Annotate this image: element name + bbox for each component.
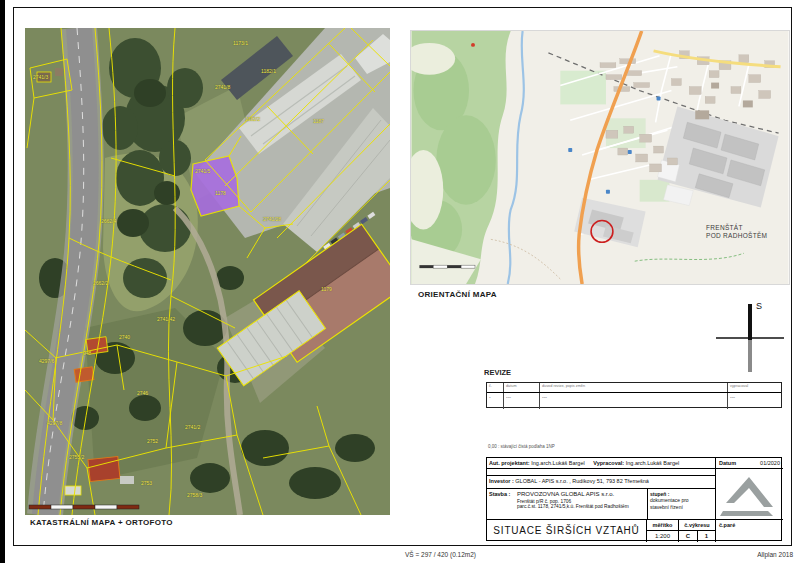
parcel-label: 1173/1 [233, 40, 248, 46]
place-label: FRENŠTÁT POD RADHOŠTĚM [706, 224, 767, 240]
drawing-number-value: 1 [697, 531, 715, 542]
page-left-edge [0, 0, 5, 563]
omap-scale-bar [419, 265, 475, 268]
investor-row: Investor : GLOBAL - APIS s.r.o. , Rudíko… [487, 476, 715, 489]
parcel-label: 2741/28 [263, 216, 281, 222]
stavba-line1: PROVOZOVNA GLOBAL APIS s.r.o. [517, 491, 645, 499]
stavba-line3: parc.č.st. 1178, 2741/5,k.ú. Frenštát po… [517, 504, 645, 510]
title-block-right-column: Datum 01/2020 č.paré [715, 458, 783, 542]
scale-label: měřítko [647, 520, 678, 531]
parcel-labels-overlay: 2741/31173/11182/12741/81182/211872741/5… [25, 28, 390, 515]
vypracoval-value: Ing.arch.Lukáš Bargel [626, 460, 680, 466]
north-label: S [756, 301, 762, 311]
parcel-label: 1178 [215, 190, 226, 196]
parcel-label: 2741/42 [157, 316, 175, 322]
title-block: Aut. projektant: Ing.arch.Lukáš Bargel V… [486, 457, 782, 541]
drawing-number-letter: C [679, 531, 697, 542]
scale-cell: měřítko 1:200 [646, 520, 678, 542]
rev-col-date: datum [503, 383, 539, 392]
investor-value: GLOBAL - APIS s.r.o. , Rudíkovy 51, 793 … [515, 478, 649, 484]
floor-level-note: 0,00 : stávající čistá podlaha 1NP [488, 444, 555, 449]
architect-logo-icon [716, 469, 782, 518]
cadastral-map: 2741/31173/11182/12741/81182/211872741/5… [25, 28, 390, 515]
parcel-label: 2746 [137, 390, 148, 396]
designer-row: Aut. projektant: Ing.arch.Lukáš Bargel V… [487, 458, 715, 469]
rev-val-date: --- [503, 393, 539, 409]
pare-cell: č.paré [716, 520, 783, 542]
rev-val-number: - [487, 393, 503, 409]
rev-col-desc: důvod revize, popis změn [539, 383, 727, 392]
rev-val-desc: --- [539, 393, 727, 409]
sheet-format-text: VŠ = 297 / 420 (0.12m2) [405, 551, 476, 558]
stupen-line2: stavební řízení [650, 504, 713, 510]
cadastral-map-caption: KATASTRÁLNÍ MAPA + ORTOFOTO [30, 518, 173, 527]
date-value: 01/2020 [760, 460, 780, 467]
aut-projektant-value: Ing.arch.Lukáš Bargel [531, 460, 585, 466]
parcel-label: 2741/2 [185, 424, 200, 430]
revisions-data-row: - --- --- --- [487, 393, 781, 409]
rev-val-author: --- [727, 393, 783, 409]
rev-col-author: vypracoval [727, 383, 783, 392]
drawing-number-label: č.výkresu [679, 520, 715, 531]
north-arrow [712, 300, 792, 376]
parcel-label: 2758/3 [187, 492, 202, 498]
parcel-label: 2752 [147, 438, 158, 444]
orientation-map: FRENŠTÁT POD RADHOŠTĚM [410, 30, 790, 285]
drawing-number-cell: č.výkresu C 1 [678, 520, 715, 542]
drawing-title: SITUACE ŠIRŠÍCH VZTAHŮ [487, 520, 646, 542]
cad-software-text: Allplan 2018 [757, 551, 793, 558]
parcel-label: 4297/6 [39, 358, 54, 364]
orientation-map-image [410, 30, 790, 285]
parcel-label: 2740 [119, 334, 130, 340]
empty-row [487, 469, 715, 476]
parcel-label: 2662/2 [93, 280, 108, 286]
parcel-label: 2741/8 [215, 84, 230, 90]
parcel-label: 1187 [313, 118, 324, 124]
parcel-label: 2662/4 [101, 218, 116, 224]
parcel-label: 2741/3 [33, 74, 48, 80]
logo-cell [716, 469, 783, 520]
drawing-sheet: 2741/31173/11182/12741/81182/211872741/5… [0, 0, 802, 563]
investor-label: Investor : [489, 478, 514, 484]
stupen-cell: stupeň : dokumentace pro stavební řízení [647, 489, 715, 520]
parcel-label: 948 [83, 350, 91, 356]
stavba-cell: Stavba : PROVOZOVNA GLOBAL APIS s.r.o. F… [487, 489, 647, 520]
date-cell: Datum 01/2020 [716, 458, 783, 469]
revisions-title: REVIZE [484, 368, 511, 377]
scale-value: 1:200 [647, 531, 678, 542]
rev-col-number: č. [487, 383, 503, 392]
date-label: Datum [719, 460, 736, 466]
parcel-label: 2753 [141, 480, 152, 486]
parcel-label: 2755/2 [69, 454, 84, 460]
stavba-label: Stavba : [489, 491, 510, 498]
parcel-label: 1179 [321, 286, 332, 292]
parcel-label: 4297/8 [47, 420, 62, 426]
parcel-label: 1182/1 [261, 68, 276, 74]
vypracoval-label: Vypracoval: [593, 460, 624, 466]
revisions-header-row: č. datum důvod revize, popis změn vyprac… [487, 383, 781, 393]
parcel-label: 2741/5 [195, 168, 210, 174]
orientation-map-caption: ORIENTAČNÍ MAPA [418, 290, 497, 299]
revisions-table: č. datum důvod revize, popis změn vyprac… [486, 382, 782, 408]
parcel-label: 1182/2 [245, 116, 260, 122]
aut-projektant-label: Aut. projektant: [489, 460, 530, 466]
